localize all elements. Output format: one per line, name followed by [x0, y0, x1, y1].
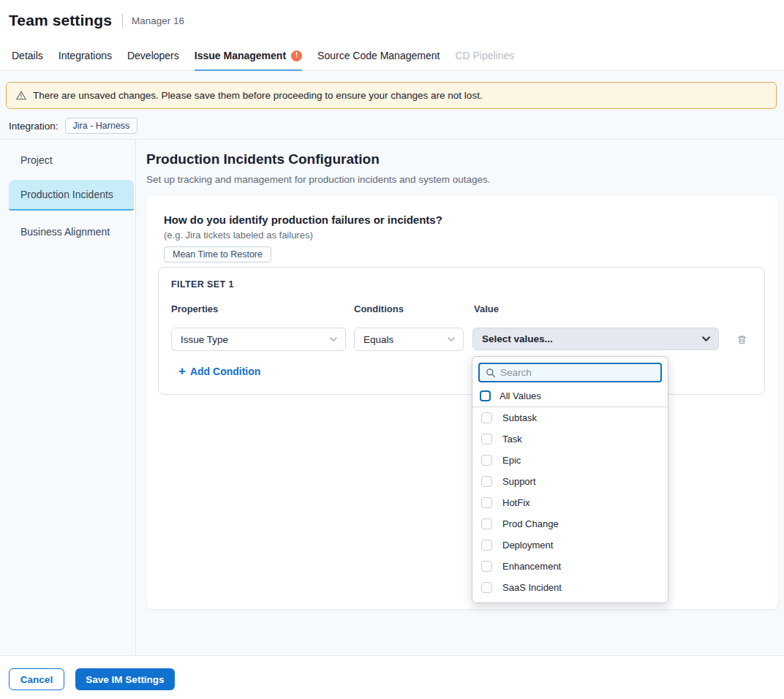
column-header-conditions: Conditions: [354, 303, 404, 314]
save-im-settings-button[interactable]: Save IM Settings: [75, 668, 175, 690]
dropdown-option-list: Subtask Task Epic Support: [472, 407, 668, 603]
checkbox-icon[interactable]: [481, 561, 492, 572]
option-label: Deployment: [502, 540, 553, 551]
checkbox-icon[interactable]: [481, 434, 492, 445]
tab-label: Details: [12, 50, 43, 61]
checkbox-icon[interactable]: [481, 455, 492, 466]
dropdown-option[interactable]: Enhancement: [472, 556, 668, 577]
option-label: SaaS Incident: [502, 582, 562, 593]
checkbox-icon[interactable]: [481, 497, 492, 508]
sidebar-item[interactable]: Project: [9, 149, 134, 171]
select-all-label: All Values: [500, 390, 541, 401]
chevron-down-icon: [701, 336, 711, 342]
dropdown-option[interactable]: Prod Change: [472, 513, 668, 534]
sidebar-item-label: Project: [20, 154, 53, 166]
team-name-label: Manager 16: [132, 15, 184, 26]
delete-condition-button[interactable]: [734, 331, 750, 347]
dropdown-option[interactable]: SaaS Incident: [472, 577, 668, 598]
settings-tab[interactable]: CD Pipelines: [455, 41, 514, 70]
filter-set-box: FILTER SET 1 Properties Conditions Value…: [158, 267, 765, 395]
dropdown-option[interactable]: Support: [472, 471, 668, 492]
integration-row: Integration: Jira - Harness: [9, 118, 137, 134]
section-subtitle: Set up tracking and management for produ…: [146, 174, 491, 185]
dropdown-option[interactable]: Customer Notification: [472, 598, 668, 603]
tab-label: Developers: [127, 50, 179, 61]
property-select[interactable]: Issue Type: [171, 328, 346, 351]
checkbox-icon[interactable]: [481, 582, 492, 593]
column-header-value: Value: [474, 303, 499, 314]
dropdown-option[interactable]: Epic: [472, 450, 668, 471]
condition-select-value: Equals: [363, 334, 393, 345]
sidebar-item[interactable]: Business Alignment: [9, 221, 134, 243]
checkbox-icon[interactable]: [481, 518, 492, 529]
checkbox-icon[interactable]: [481, 412, 492, 423]
unsaved-changes-banner: There are unsaved changes. Please save t…: [6, 82, 777, 109]
warning-triangle-icon: [15, 90, 27, 101]
page-title: Team settings: [9, 12, 112, 29]
trash-icon: [736, 333, 748, 346]
column-header-properties: Properties: [171, 303, 218, 314]
tab-label: CD Pipelines: [455, 50, 514, 61]
sidebar-item-label: Business Alignment: [20, 226, 110, 238]
option-label: Epic: [502, 455, 521, 466]
cancel-button[interactable]: Cancel: [9, 668, 64, 690]
chevron-down-icon: [329, 336, 338, 342]
dropdown-option[interactable]: HotFix: [472, 492, 668, 513]
banner-text: There are unsaved changes. Please save t…: [33, 90, 483, 101]
action-footer: Cancel Save IM Settings: [0, 655, 784, 699]
option-label: Enhancement: [502, 561, 561, 572]
search-icon: [486, 368, 496, 378]
option-label: HotFix: [502, 497, 530, 508]
integration-label: Integration:: [9, 121, 59, 132]
checkbox-icon[interactable]: [481, 540, 492, 551]
settings-tab[interactable]: Integrations: [59, 41, 112, 70]
checkbox-icon[interactable]: [480, 390, 491, 401]
settings-tab[interactable]: Details: [12, 41, 43, 70]
condition-select[interactable]: Equals: [354, 328, 464, 351]
dropdown-option[interactable]: Deployment: [472, 534, 668, 556]
value-multiselect[interactable]: Select values...: [472, 328, 719, 350]
dropdown-search-box: [478, 363, 662, 382]
sidebar-divider: [135, 140, 136, 691]
plus-icon: +: [178, 365, 186, 377]
tab-label: Source Code Management: [317, 50, 440, 61]
sidebar-item[interactable]: Production Incidents: [9, 180, 134, 211]
settings-tab[interactable]: Issue Management !: [195, 41, 302, 70]
dropdown-option[interactable]: Task: [472, 428, 668, 450]
page-header: Team settings Manager 16: [0, 0, 784, 41]
filter-set-title: FILTER SET 1: [171, 279, 234, 290]
option-label: Prod Change: [502, 518, 559, 529]
checkbox-icon[interactable]: [481, 476, 492, 487]
settings-tab[interactable]: Source Code Management: [317, 41, 440, 70]
option-label: Support: [502, 476, 536, 487]
add-condition-label: Add Condition: [190, 366, 260, 377]
integration-chip[interactable]: Jira - Harness: [65, 118, 138, 134]
section-title: Production Incidents Configuration: [146, 151, 380, 167]
property-select-value: Issue Type: [181, 334, 228, 345]
settings-tab[interactable]: Developers: [127, 41, 179, 70]
incidents-config-card: How do you identify production failures …: [146, 196, 778, 609]
value-select-placeholder: Select values...: [482, 333, 553, 344]
tab-label: Integrations: [59, 50, 112, 61]
chevron-down-icon: [447, 336, 456, 342]
metric-chip[interactable]: Mean Time to Restore: [164, 246, 271, 262]
sidebar-item-label: Production Incidents: [20, 189, 113, 200]
team-settings-page: Team settings Manager 16 Details Integra…: [0, 0, 784, 699]
title-divider: [122, 14, 123, 28]
option-label: Subtask: [502, 412, 537, 423]
question-hint: (e.g. Jira tickets labeled as failures): [164, 230, 313, 241]
search-input[interactable]: [500, 367, 655, 378]
dropdown-option[interactable]: Subtask: [472, 407, 668, 428]
add-condition-button[interactable]: + Add Condition: [178, 365, 260, 377]
value-dropdown-panel: All Values Subtask Task Epic: [472, 356, 668, 603]
settings-tabbar: Details Integrations Developers Issue Ma…: [0, 41, 784, 71]
section-divider: [0, 139, 784, 140]
alert-badge-icon: !: [291, 50, 302, 61]
question-title: How do you identify production failures …: [164, 214, 442, 226]
option-label: Task: [502, 434, 522, 445]
select-all-option[interactable]: All Values: [472, 387, 668, 407]
tab-label: Issue Management: [195, 50, 286, 61]
